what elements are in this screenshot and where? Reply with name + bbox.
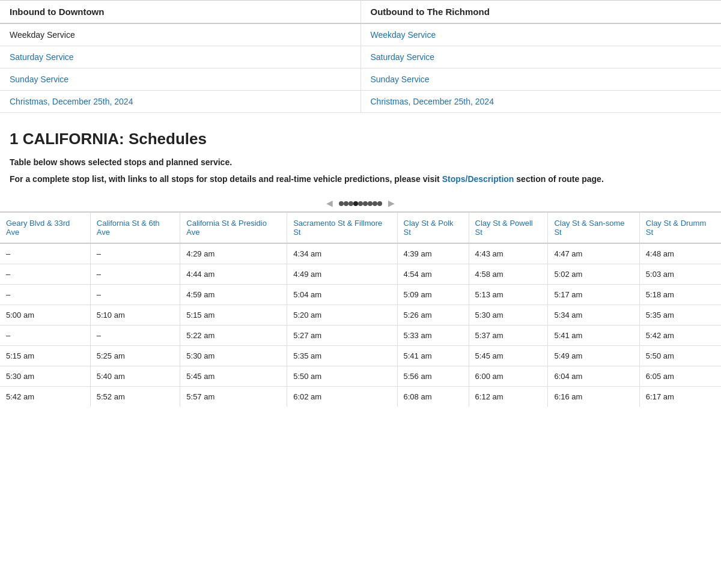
schedule-cell-0-1: – bbox=[90, 243, 180, 264]
schedule-cell-6-1: 5:40 am bbox=[90, 366, 180, 386]
schedule-cell-0-3: 4:34 am bbox=[287, 243, 397, 264]
service-nav-left-2[interactable]: Sunday Service bbox=[0, 68, 360, 91]
table-row: ––4:29 am4:34 am4:39 am4:43 am4:47 am4:4… bbox=[0, 243, 721, 264]
service-nav-table: Inbound to Downtown Outbound to The Rich… bbox=[0, 0, 721, 113]
service-nav-left-3[interactable]: Christmas, December 25th, 2024 bbox=[0, 91, 360, 113]
schedule-cell-1-5: 4:58 am bbox=[469, 264, 548, 284]
schedule-cell-5-6: 5:49 am bbox=[548, 345, 639, 366]
schedule-cell-7-4: 6:08 am bbox=[397, 386, 469, 407]
inbound-header: Inbound to Downtown bbox=[0, 1, 360, 24]
schedule-cell-1-0: – bbox=[0, 264, 90, 284]
service-nav-left-0: Weekday Service bbox=[0, 23, 360, 46]
schedule-col-header-0: Geary Blvd & 33rd Ave bbox=[0, 212, 90, 243]
service-nav-right-1[interactable]: Saturday Service bbox=[360, 46, 721, 68]
schedule-col-header-5: Clay St & Powell St bbox=[469, 212, 548, 243]
schedule-cell-5-1: 5:25 am bbox=[90, 345, 180, 366]
schedule-col-header-4: Clay St & Polk St bbox=[397, 212, 469, 243]
pagination-dot-6[interactable] bbox=[368, 201, 373, 206]
pagination-next[interactable]: ▶ bbox=[386, 197, 397, 209]
schedule-cell-7-1: 5:52 am bbox=[90, 386, 180, 407]
pagination-dot-2[interactable] bbox=[348, 201, 353, 206]
schedule-cell-1-2: 4:44 am bbox=[180, 264, 287, 284]
schedule-cell-6-6: 6:04 am bbox=[548, 366, 639, 386]
schedule-cell-1-3: 4:49 am bbox=[287, 264, 397, 284]
schedule-cell-4-3: 5:27 am bbox=[287, 325, 397, 345]
schedule-cell-0-4: 4:39 am bbox=[397, 243, 469, 264]
pagination-dot-0[interactable] bbox=[339, 201, 344, 206]
schedule-cell-2-4: 5:09 am bbox=[397, 284, 469, 305]
schedule-table: Geary Blvd & 33rd AveCalifornia St & 6th… bbox=[0, 211, 721, 407]
schedule-cell-1-4: 4:54 am bbox=[397, 264, 469, 284]
schedule-cell-4-6: 5:41 am bbox=[548, 325, 639, 345]
schedule-cell-5-5: 5:45 am bbox=[469, 345, 548, 366]
desc-line2: For a complete stop list, with links to … bbox=[10, 172, 711, 186]
schedule-cell-2-7: 5:18 am bbox=[639, 284, 721, 305]
service-nav-right-3[interactable]: Christmas, December 25th, 2024 bbox=[360, 91, 721, 113]
desc-suffix: section of route page. bbox=[514, 174, 603, 184]
schedule-col-header-2: California St & Presidio Ave bbox=[180, 212, 287, 243]
pagination-dot-8[interactable] bbox=[377, 201, 382, 206]
schedule-cell-5-3: 5:35 am bbox=[287, 345, 397, 366]
schedule-cell-5-2: 5:30 am bbox=[180, 345, 287, 366]
schedule-cell-5-0: 5:15 am bbox=[0, 345, 90, 366]
schedule-col-header-3: Sacramento St & Fillmore St bbox=[287, 212, 397, 243]
schedule-cell-2-3: 5:04 am bbox=[287, 284, 397, 305]
stops-description-link[interactable]: Stops/Description bbox=[442, 174, 514, 184]
schedule-cell-3-0: 5:00 am bbox=[0, 305, 90, 325]
desc-line1: Table below shows selected stops and pla… bbox=[10, 156, 711, 169]
pagination-dot-4[interactable] bbox=[358, 201, 363, 206]
schedule-cell-0-2: 4:29 am bbox=[180, 243, 287, 264]
outbound-header: Outbound to The Richmond bbox=[360, 1, 721, 24]
schedule-cell-3-6: 5:34 am bbox=[548, 305, 639, 325]
pagination-dot-5[interactable] bbox=[363, 201, 368, 206]
schedule-cell-7-2: 5:57 am bbox=[180, 386, 287, 407]
pagination-dot-1[interactable] bbox=[344, 201, 348, 206]
schedule-cell-6-4: 5:56 am bbox=[397, 366, 469, 386]
service-nav-right-0[interactable]: Weekday Service bbox=[360, 23, 721, 46]
schedule-cell-7-6: 6:16 am bbox=[548, 386, 639, 407]
schedule-cell-2-6: 5:17 am bbox=[548, 284, 639, 305]
schedule-cell-3-4: 5:26 am bbox=[397, 305, 469, 325]
schedule-cell-4-4: 5:33 am bbox=[397, 325, 469, 345]
schedule-cell-4-0: – bbox=[0, 325, 90, 345]
pagination-dots bbox=[339, 198, 382, 208]
pagination-prev[interactable]: ◀ bbox=[324, 197, 335, 209]
schedule-cell-6-5: 6:00 am bbox=[469, 366, 548, 386]
schedule-col-header-7: Clay St & Drumm St bbox=[639, 212, 721, 243]
schedule-cell-2-5: 5:13 am bbox=[469, 284, 548, 305]
pagination-dot-7[interactable] bbox=[373, 201, 377, 206]
schedule-cell-7-0: 5:42 am bbox=[0, 386, 90, 407]
schedule-cell-1-7: 5:03 am bbox=[639, 264, 721, 284]
table-row: ––5:22 am5:27 am5:33 am5:37 am5:41 am5:4… bbox=[0, 325, 721, 345]
page-title: 1 CALIFORNIA: Schedules bbox=[10, 130, 711, 148]
schedule-cell-7-7: 6:17 am bbox=[639, 386, 721, 407]
schedule-cell-4-5: 5:37 am bbox=[469, 325, 548, 345]
table-row: 5:15 am5:25 am5:30 am5:35 am5:41 am5:45 … bbox=[0, 345, 721, 366]
schedule-cell-3-2: 5:15 am bbox=[180, 305, 287, 325]
table-row: ––4:44 am4:49 am4:54 am4:58 am5:02 am5:0… bbox=[0, 264, 721, 284]
schedule-col-header-6: Clay St & San-some St bbox=[548, 212, 639, 243]
schedule-cell-4-1: – bbox=[90, 325, 180, 345]
schedule-cell-6-0: 5:30 am bbox=[0, 366, 90, 386]
table-row: ––4:59 am5:04 am5:09 am5:13 am5:17 am5:1… bbox=[0, 284, 721, 305]
schedule-cell-6-2: 5:45 am bbox=[180, 366, 287, 386]
desc-prefix: For a complete stop list, with links to … bbox=[10, 174, 442, 184]
schedule-cell-3-7: 5:35 am bbox=[639, 305, 721, 325]
schedule-cell-0-0: – bbox=[0, 243, 90, 264]
schedule-cell-1-6: 5:02 am bbox=[548, 264, 639, 284]
schedule-wrapper: Geary Blvd & 33rd AveCalifornia St & 6th… bbox=[0, 211, 721, 407]
schedule-cell-4-2: 5:22 am bbox=[180, 325, 287, 345]
pagination-dot-3[interactable] bbox=[353, 201, 358, 206]
pagination-row: ◀ ▶ bbox=[0, 197, 721, 209]
schedule-cell-3-3: 5:20 am bbox=[287, 305, 397, 325]
schedule-cell-7-3: 6:02 am bbox=[287, 386, 397, 407]
service-nav-left-1[interactable]: Saturday Service bbox=[0, 46, 360, 68]
schedule-cell-6-3: 5:50 am bbox=[287, 366, 397, 386]
schedule-col-header-1: California St & 6th Ave bbox=[90, 212, 180, 243]
schedule-cell-0-7: 4:48 am bbox=[639, 243, 721, 264]
schedule-cell-3-5: 5:30 am bbox=[469, 305, 548, 325]
table-row: 5:00 am5:10 am5:15 am5:20 am5:26 am5:30 … bbox=[0, 305, 721, 325]
schedule-cell-2-0: – bbox=[0, 284, 90, 305]
schedule-cell-5-4: 5:41 am bbox=[397, 345, 469, 366]
service-nav-right-2[interactable]: Sunday Service bbox=[360, 68, 721, 91]
